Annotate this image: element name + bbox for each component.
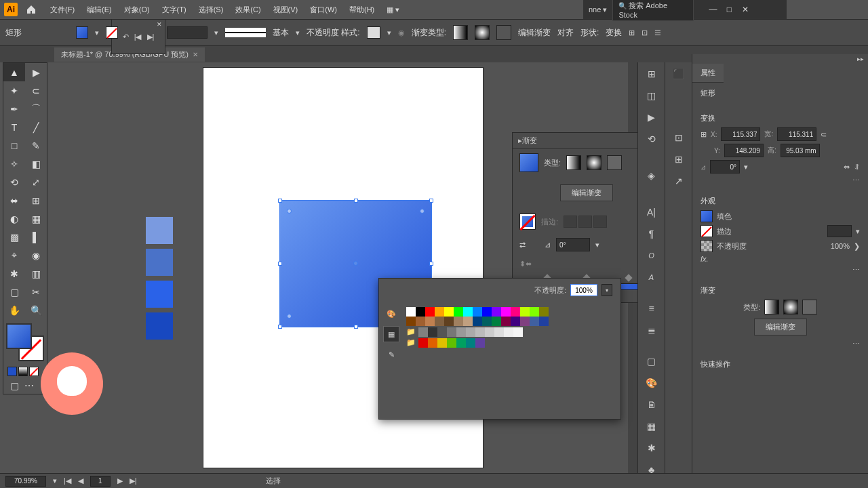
menu-file[interactable]: 文件(F) xyxy=(45,2,80,18)
home-icon[interactable] xyxy=(23,1,39,18)
edit-grad-link[interactable]: 编辑渐变 xyxy=(518,27,551,39)
export-icon[interactable]: ↗ xyxy=(667,171,691,191)
opacity-dropdown[interactable]: ▾ xyxy=(601,284,612,296)
palette-icon[interactable]: 🎨 xyxy=(383,306,399,322)
swatch-cell[interactable] xyxy=(416,307,425,317)
close-icon[interactable]: ✕ xyxy=(193,51,198,58)
swatch-cell[interactable] xyxy=(466,327,475,337)
color-icon[interactable]: 🎨 xyxy=(639,373,664,393)
eyedropper-icon[interactable]: ✎ xyxy=(383,346,399,363)
graph-tool[interactable]: ▥ xyxy=(25,264,47,283)
radial-type[interactable] xyxy=(783,300,798,314)
dd-icon[interactable]: ▾ xyxy=(53,476,57,485)
dd-icon[interactable]: ❯ xyxy=(854,242,860,251)
shape-builder[interactable]: ◐ xyxy=(3,209,25,228)
swatch-cell[interactable] xyxy=(485,327,494,337)
swatch-cell[interactable] xyxy=(456,338,466,348)
swatch-cell[interactable] xyxy=(454,307,463,317)
shapes-label[interactable]: 形状: xyxy=(580,27,599,39)
properties-tab[interactable]: 属性 xyxy=(692,64,724,83)
shaper-tool[interactable]: ✧ xyxy=(3,155,25,173)
x-input[interactable] xyxy=(721,127,760,141)
brush-tool[interactable]: ✎ xyxy=(25,136,47,155)
swatch-cell[interactable] xyxy=(494,327,504,337)
swatch-cell[interactable] xyxy=(492,317,501,326)
stroke-profile[interactable] xyxy=(167,26,208,39)
swatch-cell[interactable] xyxy=(418,338,428,348)
stroke-weight-input[interactable] xyxy=(827,225,852,237)
undo-icon[interactable]: ↶ xyxy=(123,33,129,41)
workspace-switcher[interactable]: nne ▾ xyxy=(589,5,607,14)
hand-tool[interactable]: ✋ xyxy=(3,301,25,319)
more-options-icon[interactable]: ⋯ xyxy=(852,176,860,184)
style-swatch[interactable] xyxy=(367,26,380,39)
link-wh-icon[interactable]: ⊂ xyxy=(821,130,827,139)
eyedropper-tool[interactable]: ⌖ xyxy=(3,246,25,264)
reverse-grad-icon[interactable]: ⇄ xyxy=(519,241,526,249)
free-transform[interactable]: ⊞ xyxy=(25,191,47,209)
prev-artboard-icon[interactable]: ◀ xyxy=(78,476,83,485)
y-input[interactable] xyxy=(724,144,764,157)
symbols-dock-icon[interactable]: ✱ xyxy=(639,438,664,458)
dd-icon[interactable]: ▾ xyxy=(595,241,599,249)
swatch-cell[interactable] xyxy=(539,307,549,317)
recolor-icon[interactable]: ◉ xyxy=(398,28,405,37)
collapse-icon[interactable]: ▸▸ xyxy=(857,56,864,62)
align-panel-icon[interactable]: ⊞ xyxy=(639,64,664,84)
swatches-icon[interactable]: ▦ xyxy=(383,326,399,342)
slice-tool[interactable]: ✂ xyxy=(25,283,47,301)
radial-grad[interactable] xyxy=(475,25,490,40)
isolate-icon[interactable]: ⊡ xyxy=(642,28,648,37)
freeform-type[interactable] xyxy=(607,155,622,170)
menu-view[interactable]: 视图(V) xyxy=(268,2,304,18)
eraser-tool[interactable]: ◧ xyxy=(25,155,47,173)
transform-label[interactable]: 变换 xyxy=(606,27,622,39)
swatch-cell[interactable] xyxy=(492,307,501,317)
swatch-cell[interactable] xyxy=(530,317,539,326)
gradient-tool[interactable]: ▌ xyxy=(25,228,47,246)
close-icon[interactable]: ✕ xyxy=(157,21,162,28)
magic-wand-tool[interactable]: ✦ xyxy=(3,81,25,100)
asset2-icon[interactable]: ⊞ xyxy=(667,149,691,169)
swatches-grid-icon[interactable]: ▦ xyxy=(639,416,664,436)
rotate-tool[interactable]: ⟲ xyxy=(3,173,25,191)
aspect-icon[interactable]: ⬍⬌ xyxy=(519,260,532,268)
swatch-cell[interactable] xyxy=(511,317,520,326)
swatch-cell[interactable] xyxy=(473,317,482,326)
swatch-cell[interactable] xyxy=(473,307,482,317)
swatch-cell[interactable] xyxy=(466,338,475,348)
w-input[interactable] xyxy=(777,127,816,141)
curvature-tool[interactable]: ⌒ xyxy=(25,100,47,118)
layers-icon[interactable]: ◈ xyxy=(639,165,664,186)
swatch-cell[interactable] xyxy=(428,338,437,348)
swatch-cell[interactable] xyxy=(475,338,485,348)
width-tool[interactable]: ⬌ xyxy=(3,191,25,209)
swatch-cell[interactable] xyxy=(406,307,416,317)
menu-help[interactable]: 帮助(H) xyxy=(344,2,380,18)
links-icon[interactable]: ⟲ xyxy=(639,129,664,149)
opacity-swatch[interactable] xyxy=(701,240,713,252)
paragraph-icon[interactable]: ¶ xyxy=(639,224,664,244)
pin-icon[interactable]: ⊞ xyxy=(629,28,635,37)
dd-icon[interactable]: ▾ xyxy=(296,28,300,37)
scale-tool[interactable]: ⤢ xyxy=(25,173,47,191)
freeform-grad[interactable] xyxy=(496,25,511,40)
arrange-docs[interactable]: ▦ ▾ xyxy=(381,3,405,17)
menu-text[interactable]: 文字(T) xyxy=(157,2,192,18)
symbol-sprayer[interactable]: ✱ xyxy=(3,264,25,283)
swatch-cell[interactable] xyxy=(463,307,473,317)
swatch-cell[interactable] xyxy=(437,327,447,337)
stroke-swatch[interactable] xyxy=(106,26,118,39)
swatch-cell[interactable] xyxy=(416,317,425,326)
swatch-cell[interactable] xyxy=(444,317,454,326)
edit-gradient-button[interactable]: 编辑渐变 xyxy=(754,319,807,336)
pathfinder-icon[interactable]: ◫ xyxy=(639,85,664,106)
lasso-tool[interactable]: ⊂ xyxy=(25,81,47,100)
swatch-cell[interactable] xyxy=(444,307,454,317)
artboard-tool[interactable]: ▢ xyxy=(3,283,25,301)
h-input[interactable] xyxy=(781,144,820,157)
fx-icon[interactable]: fx. xyxy=(701,255,709,263)
swatch-cell[interactable] xyxy=(435,317,444,326)
radial-type[interactable] xyxy=(587,155,601,170)
menu-window[interactable]: 窗口(W) xyxy=(304,2,342,18)
